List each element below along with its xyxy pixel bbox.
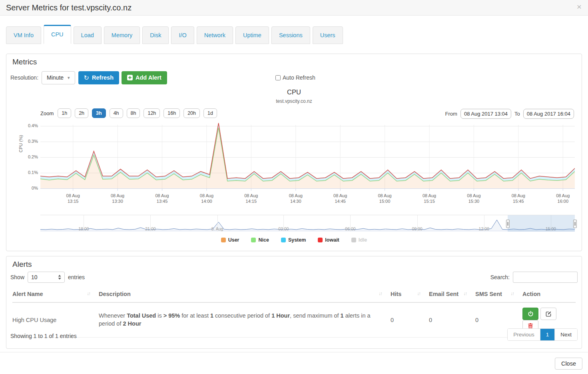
description-text: , send maximum of xyxy=(290,312,341,319)
legend-item-nice[interactable]: Nice xyxy=(251,237,269,243)
x-tick-label: 08 Aug14:15 xyxy=(244,193,258,204)
add-alert-button[interactable]: Add Alert xyxy=(122,71,167,84)
iowait-swatch-icon xyxy=(318,238,323,242)
metrics-panel: Metrics Resolution: Minute ▾ ↻ Refresh A… xyxy=(6,54,582,251)
tab-network[interactable]: Network xyxy=(197,26,233,44)
edit-alert-button[interactable] xyxy=(540,308,556,320)
x-tick-date: 08 Aug xyxy=(423,193,436,198)
tab-load[interactable]: Load xyxy=(74,26,102,44)
column-header-label: Alert Name xyxy=(12,291,43,297)
zoom-button-2h[interactable]: 2h xyxy=(75,108,88,118)
legend-item-idle[interactable]: Idle xyxy=(351,237,367,243)
pagination-previous[interactable]: Previous xyxy=(508,329,540,340)
description-bold-text: 2 Hour xyxy=(123,320,141,327)
pagination-next[interactable]: Next xyxy=(554,329,577,340)
search-group: Search: xyxy=(490,272,578,283)
page-size-select[interactable]: 10 xyxy=(28,272,65,283)
tab-cpu[interactable]: CPU xyxy=(44,25,71,44)
legend-item-user[interactable]: User xyxy=(221,237,239,243)
sort-icon[interactable]: ↓↑ xyxy=(510,291,514,296)
zoom-button-20h[interactable]: 20h xyxy=(183,108,200,118)
zoom-button-8h[interactable]: 8h xyxy=(127,108,140,118)
navigator-label: 18:00 xyxy=(78,226,89,231)
zoom-button-1d[interactable]: 1d xyxy=(203,108,217,118)
from-date-input[interactable]: 08 Aug 2017 13:04 xyxy=(460,109,511,119)
description-text: consecutive period of xyxy=(213,312,271,319)
alert-description-cell: Whenever Total Used is > 95% for at leas… xyxy=(99,302,391,338)
edit-icon xyxy=(546,311,552,317)
zoom-button-12h[interactable]: 12h xyxy=(144,108,160,118)
tab-vm-info[interactable]: VM Info xyxy=(6,26,41,44)
close-icon[interactable]: × xyxy=(577,2,582,11)
x-tick-label: 08 Aug13:30 xyxy=(111,193,124,204)
column-header-hits[interactable]: ↓↑Hits xyxy=(391,287,429,302)
cpu-chart-plot[interactable] xyxy=(40,122,575,191)
search-input[interactable] xyxy=(513,272,578,283)
x-tick-time: 14:30 xyxy=(289,198,303,204)
metrics-toolbar: Resolution: Minute ▾ ↻ Refresh Add Alert xyxy=(10,71,167,84)
chart-navigator[interactable]: 18:0021:008. Aug03:0006:0009:0012:0015:0… xyxy=(40,215,575,232)
x-tick-label: 08 Aug16:00 xyxy=(556,193,570,204)
pagination-page-1[interactable]: 1 xyxy=(540,329,555,340)
tab-memory[interactable]: Memory xyxy=(104,26,140,44)
tab-sessions[interactable]: Sessions xyxy=(271,26,310,44)
tab-uptime[interactable]: Uptime xyxy=(235,26,269,44)
x-tick-date: 08 Aug xyxy=(378,193,391,198)
cpu-chart-svg[interactable] xyxy=(40,122,575,191)
resolution-label: Resolution: xyxy=(10,74,38,81)
caret-down-icon: ▾ xyxy=(68,75,70,80)
tab-disk[interactable]: Disk xyxy=(142,26,169,44)
navigator-selection[interactable] xyxy=(508,215,575,232)
zoom-button-16h[interactable]: 16h xyxy=(163,108,180,118)
column-header-email-sent[interactable]: ↓↑Email Sent xyxy=(429,287,475,302)
email-sent-cell: 0 xyxy=(429,302,475,338)
column-header-alert-name[interactable]: ↓↑Alert Name xyxy=(12,287,99,302)
zoom-button-4h[interactable]: 4h xyxy=(110,108,123,118)
y-tick-label: 0.4% xyxy=(6,123,38,128)
x-tick-time: 14:45 xyxy=(333,198,347,204)
tab-bar: VM InfoCPULoadMemoryDiskI/ONetworkUptime… xyxy=(6,26,345,44)
auto-refresh-checkbox[interactable] xyxy=(275,75,281,80)
to-date-input[interactable]: 08 Aug 2017 16:04 xyxy=(523,109,574,119)
legend-item-iowait[interactable]: Iowait xyxy=(318,237,339,243)
entries-label: entries xyxy=(68,274,85,280)
refresh-button[interactable]: ↻ Refresh xyxy=(78,71,119,84)
legend-item-system[interactable]: System xyxy=(281,237,306,243)
tab-users[interactable]: Users xyxy=(313,26,343,44)
x-tick-date: 08 Aug xyxy=(467,193,480,198)
chart-title: CPU xyxy=(6,88,582,96)
zoom-buttons: 1h2h3h4h8h12h16h20h1d xyxy=(58,108,221,118)
modal-header: Server Metrics for test.vpscity.co.nz × xyxy=(0,0,588,16)
x-tick-time: 13:15 xyxy=(66,198,80,204)
column-header-label: Email Sent xyxy=(429,291,458,297)
system-swatch-icon xyxy=(281,238,286,242)
y-tick-label: 0.3% xyxy=(6,139,38,144)
alerts-controls: Show 10 entries Search: xyxy=(10,272,578,284)
sort-icon[interactable]: ↓↑ xyxy=(379,291,382,296)
column-header-sms-sent[interactable]: ↓↑SMS Sent xyxy=(475,287,522,302)
zoom-button-3h[interactable]: 3h xyxy=(92,108,106,118)
y-axis: 0%0.1%0.2%0.3%0.4% xyxy=(6,122,38,189)
hits-cell: 0 xyxy=(391,302,429,338)
resolution-select[interactable]: Minute ▾ xyxy=(42,71,75,84)
range-row: From 08 Aug 2017 13:04 To 08 Aug 2017 16… xyxy=(445,109,574,119)
auto-refresh-control: Auto Refresh xyxy=(275,74,315,81)
sort-icon[interactable]: ↓↑ xyxy=(417,291,420,296)
close-button[interactable]: Close xyxy=(555,358,582,370)
sort-icon[interactable]: ↓↑ xyxy=(87,291,90,296)
modal-footer: Close xyxy=(0,352,588,374)
x-tick-date: 08 Aug xyxy=(333,193,347,198)
chart-legend: UserNiceSystemIowaitIdle xyxy=(6,237,582,243)
page-size-value: 10 xyxy=(31,274,38,280)
navigator-handle-right[interactable] xyxy=(573,220,577,228)
x-tick-label: 08 Aug15:30 xyxy=(467,193,480,204)
to-label: To xyxy=(514,111,520,117)
tab-i-o[interactable]: I/O xyxy=(171,26,194,44)
zoom-button-1h[interactable]: 1h xyxy=(58,108,71,118)
sort-icon[interactable]: ↓↑ xyxy=(463,291,466,296)
navigator-label: 06:00 xyxy=(345,226,355,231)
navigator-handle-left[interactable] xyxy=(506,220,510,228)
navigator-label: 12:00 xyxy=(479,226,489,231)
column-header-description[interactable]: ↓↑Description xyxy=(99,287,391,302)
toggle-alert-button[interactable] xyxy=(522,308,538,320)
